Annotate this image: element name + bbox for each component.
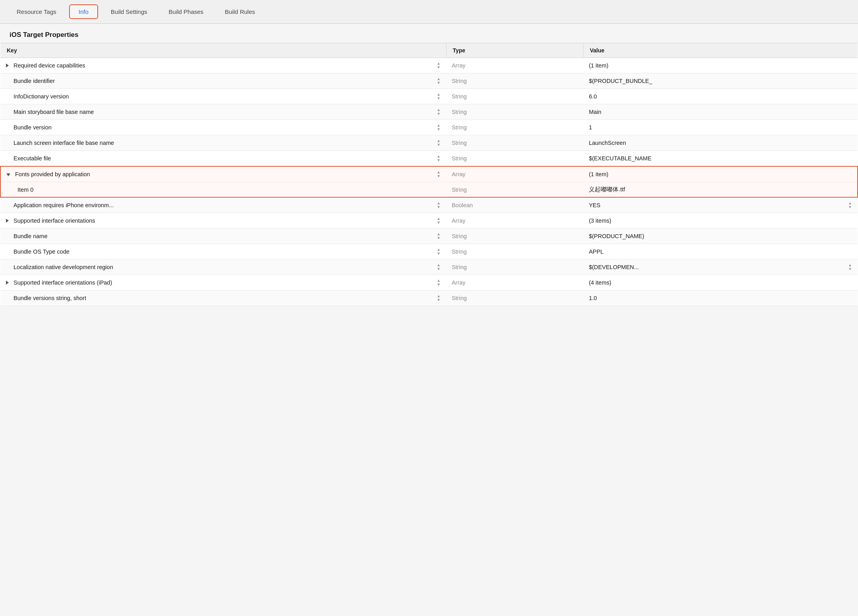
key-label: Bundle versions string, short [14,295,433,301]
table-row[interactable]: Launch screen interface file base name▲▼… [0,135,858,151]
table-row[interactable]: Item 0String义起嘟嘟体.ttf [0,182,858,198]
key-stepper[interactable]: ▲▼ [437,77,441,85]
type-cell: Array [446,213,583,229]
key-stepper[interactable]: ▲▼ [437,201,441,209]
value-text: Main [589,109,601,115]
table-row[interactable]: InfoDictionary version▲▼String6.0 [0,89,858,104]
value-text: (4 items) [589,279,611,286]
key-stepper[interactable]: ▲▼ [437,62,441,69]
value-cell: YES▲▼ [583,197,858,213]
type-cell: String [446,73,583,89]
value-stepper[interactable]: ▲▼ [848,201,852,209]
value-cell: $(PRODUCT_NAME) [583,229,858,244]
value-cell: (1 item) [583,58,858,73]
type-cell: String [446,89,583,104]
key-label: Executable file [14,155,433,162]
value-stepper[interactable]: ▲▼ [848,263,852,271]
tab-bar: Resource Tags Info Build Settings Build … [0,0,858,24]
key-stepper[interactable]: ▲▼ [437,294,441,302]
type-cell: String [446,182,583,198]
key-label: Launch screen interface file base name [14,140,433,146]
value-cell: Main [583,104,858,120]
value-cell: APPL [583,244,858,260]
value-cell: (3 items) [583,213,858,229]
value-text: YES [589,202,600,208]
table-row[interactable]: Bundle name▲▼String$(PRODUCT_NAME) [0,229,858,244]
type-cell: String [446,104,583,120]
tab-build-rules[interactable]: Build Rules [216,5,264,18]
key-stepper[interactable]: ▲▼ [437,263,441,271]
key-label: Fonts provided by application [15,171,433,177]
col-header-type: Type [446,43,583,58]
table-row[interactable]: Fonts provided by application▲▼Array(1 i… [0,166,858,182]
value-text: (1 item) [589,171,608,177]
expand-icon[interactable] [6,218,11,224]
type-cell: String [446,135,583,151]
type-cell: Array [446,166,583,182]
table-row[interactable]: Supported interface orientations▲▼Array(… [0,213,858,229]
table-row[interactable]: Bundle identifier▲▼String$(PRODUCT_BUNDL… [0,73,858,89]
key-label: Bundle OS Type code [14,248,433,255]
collapse-icon[interactable] [6,171,13,177]
table-row[interactable]: Bundle OS Type code▲▼StringAPPL [0,244,858,260]
tab-build-settings[interactable]: Build Settings [102,5,156,18]
key-stepper[interactable]: ▲▼ [437,279,441,287]
value-text: $(DEVELOPMEN... [589,264,639,270]
type-cell: String [446,260,583,275]
type-cell: Array [446,275,583,291]
col-header-value: Value [583,43,858,58]
table-row[interactable]: Main storyboard file base name▲▼StringMa… [0,104,858,120]
key-stepper[interactable]: ▲▼ [437,170,441,178]
key-label: Supported interface orientations (iPad) [14,279,433,286]
value-text: $(PRODUCT_BUNDLE_ [589,78,652,84]
value-cell: (4 items) [583,275,858,291]
key-stepper[interactable]: ▲▼ [437,232,441,240]
table-row[interactable]: Bundle version▲▼String1 [0,120,858,135]
value-text: (1 item) [589,62,608,69]
key-stepper[interactable]: ▲▼ [437,217,441,225]
key-label: Item 0 [17,187,441,193]
key-stepper[interactable]: ▲▼ [437,92,441,100]
value-text: APPL [589,248,603,255]
key-label: Supported interface orientations [14,218,433,224]
table-row[interactable]: Bundle versions string, short▲▼String1.0 [0,291,858,306]
key-label: Bundle name [14,233,433,239]
table-row[interactable]: Required device capabilities▲▼Array(1 it… [0,58,858,73]
value-text: (3 items) [589,218,611,224]
key-label: Bundle version [14,124,433,131]
expand-icon[interactable] [6,279,11,286]
key-label: InfoDictionary version [14,93,433,100]
expand-icon[interactable] [6,62,11,69]
key-label: Main storyboard file base name [14,109,433,115]
tab-info[interactable]: Info [69,4,98,19]
value-cell: $(PRODUCT_BUNDLE_ [583,73,858,89]
key-label: Localization native development region [14,264,433,270]
table-row[interactable]: Application requires iPhone environm...▲… [0,197,858,213]
properties-table: Key Type Value Required device capabilit… [0,43,858,306]
type-cell: String [446,120,583,135]
table-row[interactable]: Executable file▲▼String$(EXECUTABLE_NAME [0,151,858,167]
section-title: iOS Target Properties [0,24,858,43]
table-row[interactable]: Supported interface orientations (iPad)▲… [0,275,858,291]
key-stepper[interactable]: ▲▼ [437,108,441,116]
table-row[interactable]: Localization native development region▲▼… [0,260,858,275]
key-stepper[interactable]: ▲▼ [437,154,441,162]
key-stepper[interactable]: ▲▼ [437,248,441,256]
value-cell: 义起嘟嘟体.ttf [583,182,858,198]
value-text: 义起嘟嘟体.ttf [589,186,625,193]
tab-resource-tags[interactable]: Resource Tags [8,5,65,18]
key-stepper[interactable]: ▲▼ [437,123,441,131]
value-text: 1.0 [589,295,597,301]
type-cell: Boolean [446,197,583,213]
type-cell: String [446,244,583,260]
tab-build-phases[interactable]: Build Phases [160,5,213,18]
value-cell: 1 [583,120,858,135]
value-cell: $(EXECUTABLE_NAME [583,151,858,167]
value-cell: LaunchScreen [583,135,858,151]
value-text: LaunchScreen [589,140,626,146]
value-text: 1 [589,124,592,131]
value-text: $(PRODUCT_NAME) [589,233,644,239]
value-cell: 1.0 [583,291,858,306]
value-cell: 6.0 [583,89,858,104]
key-stepper[interactable]: ▲▼ [437,139,441,147]
